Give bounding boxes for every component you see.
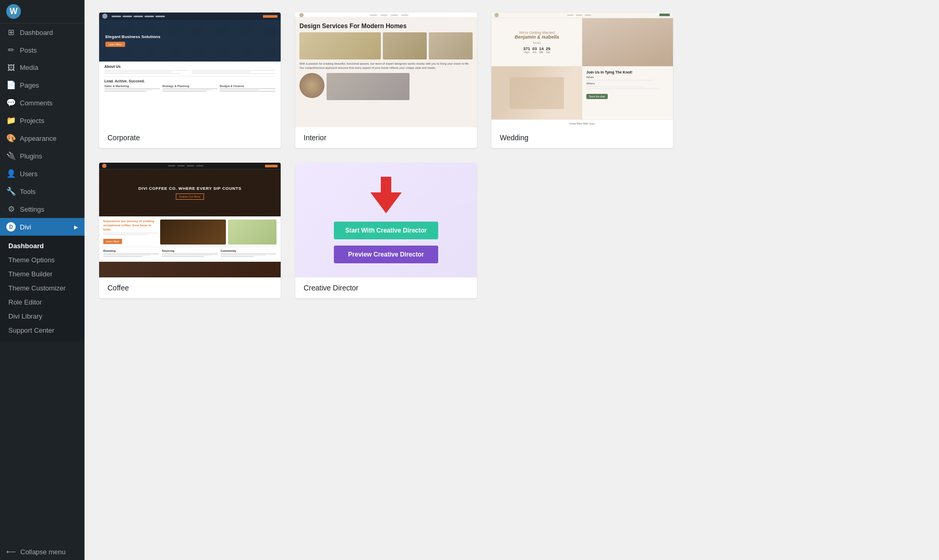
- sidebar: W ⊞ Dashboard ✏ Posts 🖼 Media 📄 Pages 💬 …: [0, 0, 85, 560]
- divi-submenu-theme-customizer[interactable]: Theme Customizer: [0, 281, 85, 295]
- theme-card-interior[interactable]: Design Services For Modern Homes With a …: [295, 13, 477, 148]
- sidebar-item-posts[interactable]: ✏ Posts: [0, 41, 85, 59]
- collapse-menu-button[interactable]: ⟵ Collapse menu: [0, 544, 85, 560]
- interior-headline: Design Services For Modern Homes: [299, 22, 473, 30]
- wedding-subtitle: How Ben Met Izzy: [491, 119, 673, 127]
- corp-about: About Us: [104, 65, 275, 68]
- start-creative-director-button[interactable]: Start With Creative Director: [334, 222, 438, 239]
- main-content: Elegant Business Solutions Learn More Ab…: [85, 0, 939, 560]
- sidebar-item-media[interactable]: 🖼 Media: [0, 59, 85, 76]
- wedding-couple-name: Benjamin & Isabella: [514, 34, 559, 41]
- theme-card-creative-director[interactable]: Start With Creative Director Preview Cre…: [295, 163, 477, 298]
- users-icon: 👤: [6, 169, 16, 178]
- comments-icon: 💬: [6, 98, 16, 107]
- divi-submenu-theme-options[interactable]: Theme Options: [0, 253, 85, 267]
- divi-submenu-divi-library[interactable]: Divi Library: [0, 309, 85, 323]
- sidebar-item-comments[interactable]: 💬 Comments: [0, 94, 85, 112]
- theme-preview-creative-director: Start With Creative Director Preview Cre…: [295, 163, 477, 277]
- settings-icon: ⚙: [6, 204, 16, 214]
- down-arrow-icon: [370, 177, 402, 213]
- theme-label-wedding: Wedding: [491, 127, 673, 148]
- posts-icon: ✏: [6, 45, 16, 55]
- sidebar-item-plugins[interactable]: 🔌 Plugins: [0, 147, 85, 165]
- divi-submenu: Dashboard Theme Options Theme Builder Th…: [0, 236, 85, 340]
- appearance-icon: 🎨: [6, 133, 16, 143]
- wp-logo-bar: W: [0, 0, 85, 23]
- coffee-tagline: Experience our journey of crafting excep…: [103, 220, 158, 232]
- divi-submenu-support-center[interactable]: Support Center: [0, 323, 85, 337]
- theme-card-wedding[interactable]: We're Getting Married Benjamin & Isabell…: [491, 13, 673, 148]
- theme-grid: Elegant Business Solutions Learn More Ab…: [99, 13, 673, 298]
- theme-preview-corporate: Elegant Business Solutions Learn More Ab…: [99, 13, 281, 127]
- coffee-hero-text: DIVI COFFEE CO. WHERE EVERY SIP COUNTS: [138, 186, 242, 191]
- tools-icon: 🔧: [6, 187, 16, 196]
- dashboard-icon: ⊞: [6, 28, 16, 37]
- projects-icon: 📁: [6, 116, 16, 125]
- collapse-icon: ⟵: [6, 548, 16, 556]
- theme-label-interior: Interior: [295, 127, 477, 148]
- theme-label-corporate: Corporate: [99, 127, 281, 148]
- interior-desc: With a passion for creating beautiful, f…: [299, 62, 473, 70]
- divi-submenu-theme-builder[interactable]: Theme Builder: [0, 267, 85, 281]
- pages-icon: 📄: [6, 80, 16, 90]
- theme-label-coffee: Coffee: [99, 277, 281, 298]
- plugins-icon: 🔌: [6, 151, 16, 161]
- sidebar-item-projects[interactable]: 📁 Projects: [0, 112, 85, 129]
- corp-hero-text: Elegant Business Solutions: [105, 34, 160, 40]
- divi-arrow-icon: ▶: [74, 224, 78, 230]
- preview-creative-director-button[interactable]: Preview Creative Director: [334, 246, 438, 263]
- sidebar-item-dashboard[interactable]: ⊞ Dashboard: [0, 23, 85, 41]
- wp-logo: W: [6, 4, 21, 19]
- theme-label-creative-director: Creative Director: [295, 277, 477, 298]
- theme-card-corporate[interactable]: Elegant Business Solutions Learn More Ab…: [99, 13, 281, 148]
- svg-marker-0: [370, 177, 402, 213]
- sidebar-item-users[interactable]: 👤 Users: [0, 165, 85, 182]
- divi-submenu-role-editor[interactable]: Role Editor: [0, 295, 85, 309]
- theme-preview-wedding: We're Getting Married Benjamin & Isabell…: [491, 13, 673, 127]
- sidebar-item-divi[interactable]: D Divi ▶: [0, 218, 85, 236]
- divi-icon: D: [6, 222, 16, 232]
- media-icon: 🖼: [6, 63, 16, 72]
- theme-preview-interior: Design Services For Modern Homes With a …: [295, 13, 477, 127]
- sidebar-item-pages[interactable]: 📄 Pages: [0, 76, 85, 94]
- theme-preview-coffee: DIVI COFFEE CO. WHERE EVERY SIP COUNTS E…: [99, 163, 281, 277]
- sidebar-item-tools[interactable]: 🔧 Tools: [0, 182, 85, 200]
- sidebar-item-appearance[interactable]: 🎨 Appearance: [0, 129, 85, 147]
- divi-submenu-dashboard[interactable]: Dashboard: [0, 239, 85, 253]
- sidebar-item-settings[interactable]: ⚙ Settings: [0, 200, 85, 218]
- theme-card-coffee[interactable]: DIVI COFFEE CO. WHERE EVERY SIP COUNTS E…: [99, 163, 281, 298]
